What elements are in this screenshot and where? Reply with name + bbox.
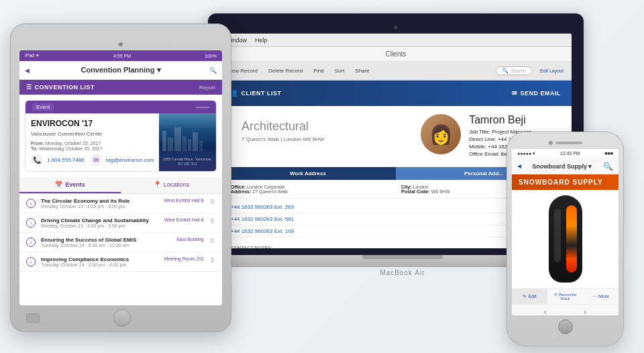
session-info-1: The Circular Economy and its Role Monday…: [41, 198, 159, 209]
fm-toolbar: New Record Delete Record Find Sort Share…: [220, 62, 572, 81]
ipad-back-button[interactable]: ◀: [25, 67, 30, 74]
ipad-event-text: ENVIROCON '17 Vancouver Convention Cente…: [25, 113, 159, 171]
ipad-event-tag: Event: [32, 103, 54, 111]
iphone-search-icon[interactable]: 🔍: [603, 162, 613, 171]
delete-icon[interactable]: 🗑: [209, 198, 215, 205]
iphone-edit-button[interactable]: ✎ Edit: [512, 289, 547, 304]
session-time-1: Monday, October 23 · 1:00 pm - 3:00 pm: [41, 204, 159, 209]
fm-person-name: Tamron Beji: [469, 114, 561, 126]
fm-header-band: 👤 CLIENT LIST ✉ SEND EMAIL: [220, 81, 572, 106]
iphone-screen: ●●●●● ▾ 12:43 PM ■■■ ◀ Snowboard Supply …: [512, 149, 619, 315]
client-list-label: CLIENT LIST: [241, 90, 282, 97]
ipad-event-img-text: 1055 Canada Place · Vancouver, BC V6C 3C…: [159, 157, 216, 166]
scene: Window Help Clients New Record Delete Re…: [0, 0, 644, 353]
session-location-2: West Exhibit Hall A: [164, 217, 204, 222]
fm-office-col: Office: London Corporate Address: 27 Que…: [231, 185, 390, 194]
ipad-event-body: ENVIROCON '17 Vancouver Convention Cente…: [25, 113, 216, 171]
ipad-event-dash: [196, 107, 209, 108]
snowboard-stripe: [566, 205, 577, 272]
iphone-header: SNOWBOARD SUPPLY: [512, 174, 619, 190]
fm-search-box[interactable]: 🔍 Search: [496, 66, 532, 75]
work-address-tab[interactable]: Work Address: [220, 167, 396, 180]
search-icon: 🔍: [502, 68, 508, 74]
ipad-segment: 📅 Events 📍 Locations: [19, 177, 222, 194]
iphone-time: 12:43 PM: [560, 151, 580, 156]
ipad-segment-locations[interactable]: 📍 Locations: [121, 177, 222, 193]
ipad-report-button[interactable]: Report: [199, 85, 215, 91]
client-list-button[interactable]: 👤 CLIENT LIST: [231, 90, 282, 97]
ipad-event-header: Event: [25, 101, 216, 113]
session-info-4: Improving Compliance Economics Tuesday, …: [41, 256, 159, 267]
iphone-home-button[interactable]: [558, 319, 573, 334]
session-info-2: Driving Climate Change and Sustainabilit…: [41, 217, 159, 228]
delete-icon[interactable]: 🗑: [209, 237, 215, 244]
session-title-4: Improving Compliance Economics: [41, 256, 159, 262]
fm-company-name: Architectural: [231, 114, 410, 136]
session-title-1: The Circular Economy and its Role: [41, 198, 159, 204]
session-title-2: Driving Climate Change and Sustainabilit…: [41, 217, 159, 223]
delete-icon[interactable]: 🗑: [209, 217, 215, 224]
fm-btn-edit-layout[interactable]: Edit Layout: [537, 67, 566, 74]
forward-chevron-icon[interactable]: ›: [584, 307, 586, 315]
ipad-email-row: ✉ reg@envirocon.com: [90, 154, 154, 166]
ipad-status-bar: iPad ✦ 4:55 PM 100%: [19, 50, 222, 61]
iphone-camera-area: [512, 141, 619, 145]
ipad-event-image: 1055 Canada Place · Vancouver, BC V6C 3C…: [159, 113, 216, 171]
iphone-toolbar: ✎ Edit ⟳ Reconcile Stock ⋯ More: [512, 288, 619, 304]
fm-btn-share[interactable]: Share: [352, 66, 372, 75]
fm-menu-bar: Window Help: [220, 34, 572, 47]
ipad-segment-events[interactable]: 📅 Events: [19, 177, 121, 193]
ipad-event-venue: Vancouver Convention Center: [31, 131, 154, 137]
session-info-3: Ensuring the Success of Global EMIS Tues…: [41, 237, 171, 248]
send-email-button[interactable]: ✉ SEND EMAIL: [512, 90, 561, 97]
macbook-camera: [394, 26, 398, 30]
ipad-device-label: iPad ✦: [25, 53, 40, 58]
session-time-3: Tuesday, October 24 · 9:30 am - 11:30 am: [41, 243, 171, 248]
iphone-bottom-bar: ‹ ›: [512, 304, 619, 315]
iphone-back-button[interactable]: ◀: [517, 163, 521, 169]
fm-menu-help[interactable]: Help: [255, 37, 268, 44]
iphone-product-area: [512, 190, 619, 288]
session-time-4: Tuesday, October 24 · 2:00 pm - 4:00 pm: [41, 262, 159, 267]
fm-btn-delete-record[interactable]: Delete Record: [266, 66, 305, 75]
ipad-camera: [119, 42, 123, 46]
ipad-phone-number[interactable]: 1.604.555.7486: [47, 157, 85, 163]
iphone-body: ●●●●● ▾ 12:43 PM ■■■ ◀ Snowboard Supply …: [506, 132, 624, 346]
fm-btn-sort[interactable]: Sort: [332, 66, 347, 75]
ipad-event-from: From: Monday, October 23, 2017: [31, 141, 154, 146]
iphone-header-text: SNOWBOARD SUPPLY: [519, 179, 603, 186]
snowboard-accent: [554, 209, 561, 262]
iphone-reconcile-button[interactable]: ⟳ Reconcile Stock: [547, 289, 583, 304]
fm-office-label: Office: London Corporate: [231, 185, 390, 189]
iphone-nav-bar: ◀ Snowboard Supply ▾ 🔍: [512, 158, 619, 174]
list-item: i Driving Climate Change and Sustainabil…: [19, 213, 222, 233]
fm-title-bar: Clients: [220, 47, 572, 62]
ipad-home-button[interactable]: [113, 309, 131, 327]
ipad-battery: 100%: [205, 54, 217, 58]
iphone-carrier: ●●●●● ▾: [517, 151, 535, 156]
ipad: iPad ✦ 4:55 PM 100% ◀ Convention Plannin…: [10, 23, 231, 332]
ipad-event-contacts: 📞 1.604.555.7486 ✉ reg@envirocon.com: [31, 154, 154, 166]
ipad-home-row: [19, 305, 222, 327]
ipad-spacer: [205, 313, 215, 323]
info-icon: i: [26, 218, 36, 228]
email-icon: ✉: [512, 90, 518, 97]
iphone-speaker: [555, 142, 582, 144]
iphone-home-area: [512, 315, 619, 338]
ipad-event-name: ENVIROCON '17: [31, 119, 154, 128]
back-chevron-icon[interactable]: ‹: [544, 307, 547, 315]
session-time-2: Monday, October 23 · 3:00 pm - 5:00 pm: [41, 223, 159, 228]
ipad-search-icon[interactable]: 🔍: [209, 67, 217, 74]
ipad-list-title: ☰CONVENTION LIST: [26, 84, 95, 91]
iphone-more-button[interactable]: ⋯ More: [583, 289, 619, 304]
ipad-event-card: Event ENVIROCON '17 Vancouver Convention…: [25, 100, 217, 172]
info-icon: i: [26, 238, 36, 247]
ipad-email-address[interactable]: reg@envirocon.com: [106, 157, 154, 163]
fm-btn-find[interactable]: Find: [311, 66, 327, 75]
delete-icon[interactable]: 🗑: [209, 256, 215, 263]
session-location-1: West Exhibit Hall B: [164, 198, 204, 203]
iphone: ●●●●● ▾ 12:43 PM ■■■ ◀ Snowboard Supply …: [506, 132, 624, 346]
fm-company-address: 7 Queen's Walk | London W6 9HW: [231, 136, 410, 148]
ipad-nav-bar: ◀ Convention Planning ▾ 🔍: [19, 61, 222, 80]
map-icon: 📍: [154, 181, 161, 188]
